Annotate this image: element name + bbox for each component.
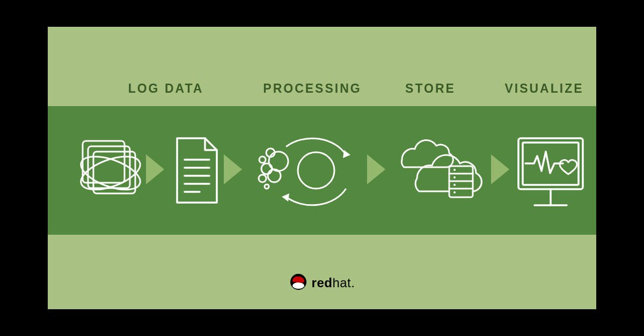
label-visualize: VISUALIZE	[493, 81, 595, 96]
svg-point-27	[453, 191, 456, 193]
redhat-logo-icon	[289, 273, 308, 293]
svg-point-25	[453, 176, 456, 178]
brand-footer: redhat.	[48, 273, 596, 293]
svg-point-15	[259, 175, 266, 182]
document-icon	[166, 106, 225, 235]
page-background: LOG DATA PROCESSING STORE VISUALIZE	[0, 0, 644, 336]
svg-point-12	[259, 156, 266, 163]
arrow-icon	[146, 154, 164, 184]
svg-point-17	[298, 152, 334, 189]
svg-point-11	[261, 163, 272, 174]
store-icon	[386, 106, 491, 235]
arrow-icon	[224, 154, 242, 184]
visualize-icon	[510, 106, 591, 235]
svg-point-26	[453, 184, 456, 186]
arrow-icon	[367, 154, 385, 184]
svg-point-33	[292, 282, 304, 289]
diagram-panel: LOG DATA PROCESSING STORE VISUALIZE	[48, 27, 596, 309]
logdata-icon	[69, 106, 144, 235]
svg-point-24	[453, 169, 456, 171]
label-logdata: LOG DATA	[99, 81, 233, 96]
svg-marker-18	[343, 150, 350, 158]
arrow-icon	[491, 154, 509, 184]
svg-marker-19	[282, 193, 289, 201]
label-store: STORE	[385, 81, 476, 96]
brand-text: redhat.	[312, 275, 355, 290]
svg-point-16	[265, 184, 269, 189]
svg-point-14	[268, 169, 281, 182]
labels-row: LOG DATA PROCESSING STORE VISUALIZE	[48, 78, 596, 99]
flow-icons	[48, 106, 596, 235]
label-processing: PROCESSING	[256, 81, 369, 96]
processing-icon	[246, 106, 364, 235]
